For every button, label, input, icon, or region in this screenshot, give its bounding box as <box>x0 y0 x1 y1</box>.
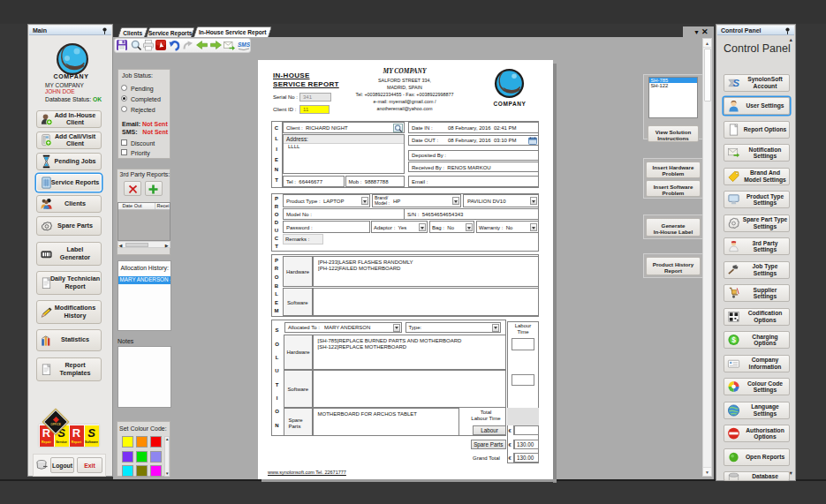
svg-text:S: S <box>733 78 740 88</box>
svg-text:$: $ <box>731 335 736 344</box>
svg-text:SMS: SMS <box>238 41 250 48</box>
